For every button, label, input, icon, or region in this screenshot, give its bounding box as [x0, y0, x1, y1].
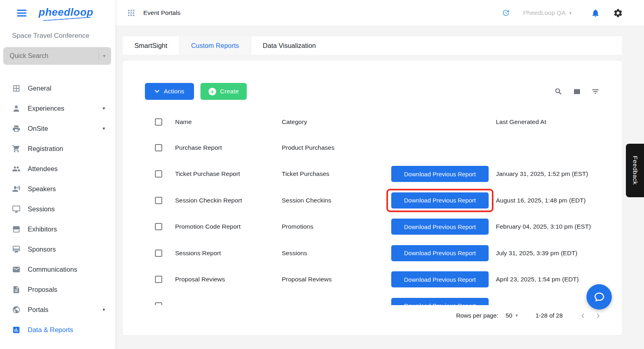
table-tools	[554, 87, 600, 96]
hamburger-menu-icon[interactable]	[17, 10, 27, 17]
chat-widget-button[interactable]	[586, 284, 612, 310]
table-body: Purchase Report Product Purchases Ticket…	[123, 134, 622, 305]
create-button[interactable]: Create	[200, 83, 247, 100]
rows-per-page-value: 50	[506, 312, 512, 319]
select-all-checkbox[interactable]	[155, 118, 162, 126]
chevron-down-icon[interactable]	[103, 53, 105, 59]
sidebar-item-label: Speakers	[28, 185, 56, 193]
chevron-down-icon	[103, 105, 105, 111]
report-name: Promotion Code Report	[175, 223, 282, 230]
refresh-icon[interactable]	[502, 9, 510, 17]
chevron-down-icon	[103, 307, 105, 312]
chevron-down-icon	[569, 10, 572, 16]
next-page-icon[interactable]	[597, 310, 600, 320]
sidebar-item-onsite[interactable]: OnSite	[0, 118, 116, 138]
sidebar-item-registration[interactable]: Registration	[0, 138, 116, 159]
header-category: Category	[282, 118, 386, 126]
search-icon[interactable]	[554, 87, 563, 96]
chevron-down-icon	[155, 90, 159, 93]
sidebar-item-experiences[interactable]: Experiences	[0, 98, 116, 118]
plus-icon	[208, 88, 216, 95]
download-previous-report-button[interactable]: Download Previous Report	[391, 219, 489, 235]
rows-per-page-select[interactable]: 50	[506, 312, 518, 319]
feedback-tab[interactable]: Feedback	[626, 144, 644, 197]
sidebar-item-label: General	[28, 85, 52, 92]
document-icon	[12, 285, 21, 294]
row-checkbox[interactable]	[155, 276, 162, 283]
topbar-right: PheedLoop QA	[502, 8, 623, 18]
row-checkbox[interactable]	[155, 144, 162, 151]
report-category: Product Purchases	[282, 144, 386, 151]
quick-search-input[interactable]: Quick Search	[3, 47, 111, 65]
sidebar-item-sponsors[interactable]: Sponsors	[0, 239, 116, 259]
chart-icon	[12, 326, 21, 334]
create-button-label: Create	[220, 88, 239, 95]
download-previous-report-button[interactable]: Download Previous Report	[391, 166, 489, 182]
report-name: Purchase Report	[175, 144, 282, 151]
download-previous-report-button[interactable]: Download Previous Report	[391, 245, 489, 261]
sidebar-nav: General Experiences OnSite Registration …	[0, 78, 116, 340]
topbar: Event Portals PheedLoop QA	[116, 0, 644, 26]
download-button-wrapper: Download Previous Report	[386, 215, 493, 238]
row-checkbox[interactable]	[155, 170, 162, 178]
sidebar-item-sessions[interactable]: Sessions	[0, 199, 116, 219]
row-checkbox[interactable]	[155, 302, 162, 305]
sidebar-item-exhibitors[interactable]: Exhibitors	[0, 219, 116, 239]
columns-icon[interactable]	[573, 87, 581, 96]
last-generated-date: July 31, 2025, 3:39 pm (EDT)	[496, 250, 622, 257]
row-checkbox[interactable]	[155, 250, 162, 257]
apps-grid-icon[interactable]	[128, 10, 134, 16]
report-name: Session Checkin Report	[175, 197, 282, 204]
report-name: Sessions Report	[175, 250, 282, 257]
sidebar-item-label: Exhibitors	[28, 225, 57, 233]
sidebar-item-label: Sponsors	[28, 246, 56, 253]
tab-bar: SmartSightCustom ReportsData Visualizati…	[123, 36, 622, 55]
printer-icon	[12, 124, 21, 133]
sidebar-item-label: Data & Reports	[28, 326, 73, 334]
last-generated-date: April 23, 2025, 1:54 pm (EDT)	[496, 276, 622, 283]
sidebar-item-general[interactable]: General	[0, 78, 116, 98]
speaker-person-icon	[12, 185, 21, 193]
filter-icon[interactable]	[591, 87, 600, 96]
sidebar-item-communications[interactable]: Communications	[0, 259, 116, 279]
actions-button-label: Actions	[164, 88, 184, 95]
account-menu[interactable]: PheedLoop QA	[523, 9, 572, 17]
pagination: Rows per page: 50 1-28 of 28	[145, 307, 600, 323]
row-checkbox[interactable]	[155, 197, 162, 204]
actions-button[interactable]: Actions	[145, 83, 194, 100]
report-name: Ticket Purchase Report	[175, 170, 282, 178]
mail-icon	[12, 265, 21, 274]
sidebar-item-speakers[interactable]: Speakers	[0, 179, 116, 199]
download-button-wrapper: Download Previous Report	[386, 242, 493, 265]
sidebar-header: pheedloop	[0, 0, 116, 26]
sidebar-item-portals[interactable]: Portals	[0, 299, 116, 320]
download-previous-report-button[interactable]: Download Previous Report	[391, 192, 489, 209]
download-button-wrapper: Download Previous Report	[386, 162, 493, 186]
previous-page-icon[interactable]	[581, 310, 584, 320]
last-generated-date: August 16, 2025, 1:48 pm (EDT)	[496, 197, 622, 204]
report-category: Proposal Reviews	[282, 276, 386, 283]
sidebar-item-data-reports[interactable]: Data & Reports	[0, 320, 116, 340]
sidebar-item-proposals[interactable]: Proposals	[0, 279, 116, 299]
download-previous-report-button[interactable]: Download Previous Report	[391, 271, 489, 287]
monitor-icon	[12, 205, 21, 213]
reports-card: Actions Create Name Category	[123, 61, 622, 335]
storefront-icon	[12, 225, 21, 233]
tab-data-visualization[interactable]: Data Visualization	[251, 36, 328, 55]
download-previous-report-button[interactable]: Download Previous Report	[391, 298, 489, 305]
bell-icon[interactable]	[591, 8, 600, 18]
account-label: PheedLoop QA	[523, 9, 566, 17]
gear-icon[interactable]	[613, 8, 623, 18]
download-button-wrapper: Download Previous Report	[386, 189, 493, 212]
chevron-down-icon	[516, 313, 518, 318]
report-category: Promotions	[282, 223, 386, 230]
table-header-row: Name Category Last Generated At	[123, 109, 622, 134]
sidebar-item-label: Experiences	[28, 105, 64, 112]
row-checkbox[interactable]	[155, 223, 162, 230]
table-row: Session Checkin Report Session Checkins …	[123, 187, 622, 214]
sidebar-item-attendees[interactable]: Attendees	[0, 159, 116, 179]
tab-smartsight[interactable]: SmartSight	[123, 36, 180, 55]
tab-custom-reports[interactable]: Custom Reports	[180, 36, 251, 55]
pheedloop-logo[interactable]: pheedloop	[39, 7, 93, 19]
rows-per-page-label: Rows per page:	[456, 312, 498, 319]
